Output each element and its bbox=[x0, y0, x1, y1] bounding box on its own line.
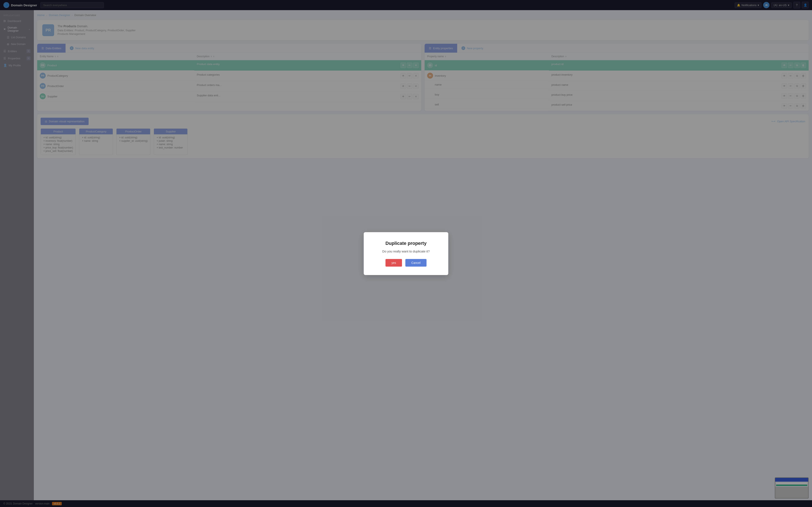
modal-overlay: Duplicate property Do you really want to… bbox=[0, 0, 812, 507]
yes-button[interactable]: yes bbox=[386, 259, 402, 267]
duplicate-property-modal: Duplicate property Do you really want to… bbox=[364, 232, 448, 275]
cancel-button[interactable]: Cancel bbox=[405, 259, 426, 267]
modal-actions: yes Cancel bbox=[374, 259, 438, 267]
modal-message: Do you really want to duplicate it? bbox=[374, 249, 438, 253]
modal-title: Duplicate property bbox=[374, 241, 438, 246]
